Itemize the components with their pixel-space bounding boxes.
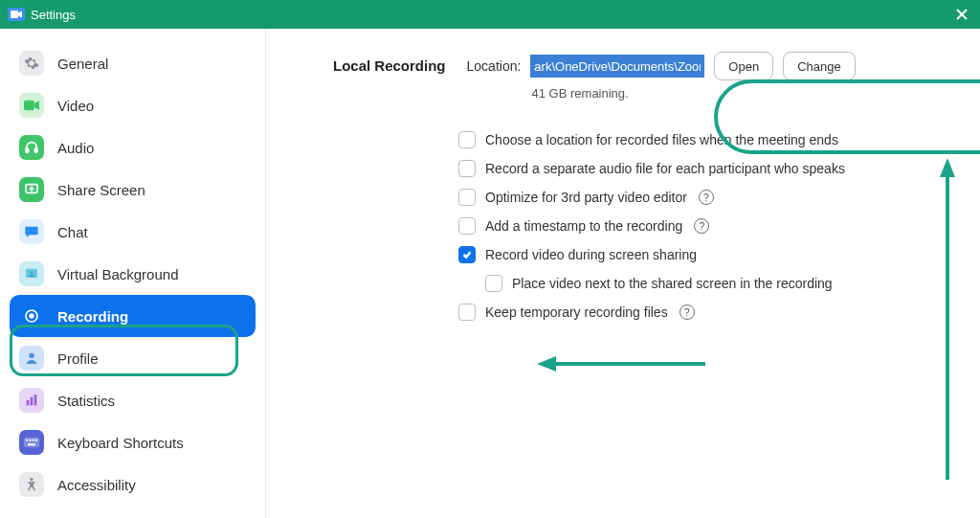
sidebar-item-profile[interactable]: Profile: [10, 337, 256, 379]
help-icon[interactable]: ?: [699, 190, 714, 205]
sidebar-item-label: General: [57, 56, 108, 72]
svg-rect-1: [24, 101, 34, 111]
checkbox[interactable]: [485, 275, 502, 292]
svg-rect-12: [34, 394, 37, 405]
sidebar-item-audio[interactable]: Audio: [10, 126, 256, 169]
sidebar-item-label: Share Screen: [57, 182, 145, 198]
record-icon: [19, 304, 44, 328]
svg-rect-3: [34, 148, 37, 153]
window-title: Settings: [31, 8, 76, 22]
titlebar: Settings: [0, 0, 980, 29]
sidebar-item-label: Recording: [57, 308, 128, 325]
sidebar-item-label: Statistics: [57, 393, 115, 409]
checkbox[interactable]: [458, 217, 476, 235]
annotation-arrow-horizontal: [535, 352, 707, 375]
option-row: Add a timestamp to the recording?: [458, 217, 951, 235]
option-row: Choose a location for recorded files whe…: [458, 131, 951, 148]
sidebar-item-label: Keyboard Shortcuts: [57, 435, 184, 451]
option-row: Keep temporary recording files?: [458, 304, 951, 321]
sidebar-item-label: Accessibility: [57, 477, 136, 493]
app-icon: [8, 8, 25, 21]
sidebar-item-label: Chat: [57, 224, 88, 240]
location-label: Location:: [467, 58, 522, 74]
svg-rect-10: [27, 400, 30, 405]
option-row: Place video next to the shared screen in…: [485, 275, 951, 292]
svg-point-8: [29, 313, 33, 318]
svg-rect-18: [28, 443, 35, 445]
access-icon: [19, 472, 44, 497]
profile-icon: [19, 346, 44, 371]
checkbox[interactable]: [458, 131, 476, 148]
video-icon: [19, 93, 44, 118]
sidebar-item-label: Video: [57, 98, 94, 114]
options-list: Choose a location for recorded files whe…: [458, 131, 951, 321]
option-label: Record a separate audio file for each pa…: [485, 161, 845, 176]
content-panel: Local Recording Location: Open Change 41…: [266, 29, 980, 518]
sidebar-item-share-screen[interactable]: Share Screen: [10, 169, 256, 211]
sidebar-item-label: Virtual Background: [57, 266, 178, 282]
svg-rect-17: [35, 439, 37, 441]
section-heading: Local Recording: [333, 52, 446, 74]
help-icon[interactable]: ?: [679, 304, 695, 320]
remaining-text: 41 GB remaining.: [532, 86, 856, 101]
help-icon[interactable]: ?: [694, 218, 709, 234]
svg-rect-14: [26, 439, 28, 441]
share-icon: [19, 177, 44, 202]
sidebar-item-virtual-background[interactable]: Virtual Background: [10, 253, 256, 295]
option-row: Record a separate audio file for each pa…: [458, 160, 951, 177]
svg-marker-21: [537, 356, 556, 372]
svg-rect-11: [31, 397, 33, 406]
sidebar-item-keyboard-shortcuts[interactable]: Keyboard Shortcuts: [10, 421, 256, 463]
change-button[interactable]: Change: [783, 52, 856, 80]
option-label: Choose a location for recorded files whe…: [485, 132, 838, 147]
option-label: Keep temporary recording files: [485, 304, 668, 320]
stats-icon: [19, 388, 44, 413]
chat-icon: [19, 219, 44, 244]
svg-point-19: [30, 478, 33, 481]
sidebar-item-recording[interactable]: Recording: [10, 295, 256, 337]
option-label: Place video next to the shared screen in…: [512, 276, 833, 291]
svg-rect-16: [33, 439, 34, 441]
open-button[interactable]: Open: [714, 52, 773, 80]
checkbox[interactable]: [458, 304, 476, 321]
svg-point-6: [31, 271, 33, 274]
checkbox[interactable]: [458, 246, 476, 263]
sidebar-item-chat[interactable]: Chat: [10, 211, 256, 253]
svg-rect-0: [11, 11, 18, 18]
gear-icon: [19, 51, 44, 76]
option-label: Record video during screen sharing: [485, 247, 697, 262]
option-row: Record video during screen sharing: [458, 246, 951, 263]
option-label: Add a timestamp to the recording: [485, 218, 682, 234]
sidebar-item-label: Profile: [57, 350, 99, 367]
vbg-icon: [19, 261, 44, 286]
location-input[interactable]: [530, 55, 704, 78]
sidebar-item-accessibility[interactable]: Accessibility: [10, 463, 256, 506]
sidebar-item-video[interactable]: Video: [10, 84, 256, 126]
sidebar: GeneralVideoAudioShare ScreenChatVirtual…: [0, 29, 266, 518]
keyboard-icon: [19, 430, 44, 455]
svg-point-9: [29, 353, 33, 358]
svg-rect-2: [26, 148, 29, 153]
sidebar-item-general[interactable]: General: [10, 42, 256, 84]
checkbox[interactable]: [458, 189, 476, 206]
option-row: Optimize for 3rd party video editor?: [458, 189, 951, 206]
svg-rect-15: [29, 439, 31, 441]
svg-rect-13: [24, 438, 39, 448]
sidebar-item-label: Audio: [57, 140, 94, 156]
headphones-icon: [19, 135, 44, 160]
checkbox[interactable]: [458, 160, 476, 177]
option-label: Optimize for 3rd party video editor: [485, 190, 687, 205]
close-button[interactable]: [951, 4, 972, 25]
sidebar-item-statistics[interactable]: Statistics: [10, 379, 256, 421]
